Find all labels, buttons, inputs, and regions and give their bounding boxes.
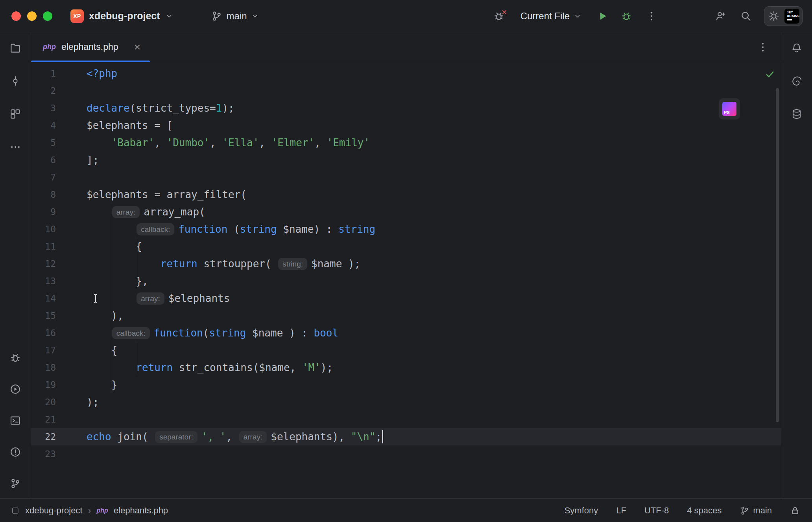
- line-number[interactable]: 16: [31, 324, 87, 342]
- sidebar-run-button[interactable]: [7, 381, 23, 397]
- code-line[interactable]: 2: [31, 82, 781, 99]
- code-line[interactable]: 12 return strtoupper( string:$name );: [31, 255, 781, 272]
- notifications-button[interactable]: [789, 40, 805, 56]
- line-number[interactable]: 14: [31, 290, 87, 307]
- line-number[interactable]: 17: [31, 342, 87, 359]
- code-line[interactable]: 3declare(strict_types=1);: [31, 99, 781, 117]
- workspace-icon[interactable]: [11, 506, 20, 515]
- search-everywhere-button[interactable]: [738, 8, 754, 24]
- debug-listener-muted-icon[interactable]: [493, 10, 505, 22]
- line-number[interactable]: 23: [31, 445, 87, 463]
- code-token: {: [87, 241, 142, 252]
- inlay-hint[interactable]: array:: [239, 431, 267, 443]
- code-line[interactable]: 14 array:$elephants: [31, 290, 781, 307]
- statusbar-writable-toggle[interactable]: [790, 505, 800, 516]
- minimize-window-button[interactable]: [27, 11, 37, 21]
- statusbar-encoding[interactable]: UTF-8: [644, 505, 669, 516]
- breadcrumb-project[interactable]: xdebug-project: [25, 505, 83, 516]
- sidebar-commit-button[interactable]: [7, 73, 23, 89]
- zoom-window-button[interactable]: [43, 11, 52, 21]
- code-editor[interactable]: 1<?php23declare(strict_types=1);4$elepha…: [31, 62, 781, 498]
- line-number[interactable]: 13: [31, 272, 87, 290]
- editor-scrollbar[interactable]: [776, 88, 779, 422]
- code-line[interactable]: 13 },: [31, 272, 781, 290]
- code-line[interactable]: 8$elephants = array_filter(: [31, 186, 781, 203]
- close-window-button[interactable]: [11, 11, 21, 21]
- code-line[interactable]: 22echo join( separator:', ', array:$elep…: [31, 428, 781, 445]
- sidebar-more-button[interactable]: [7, 139, 23, 155]
- line-number[interactable]: 19: [31, 376, 87, 393]
- line-number[interactable]: 11: [31, 238, 87, 255]
- code-line[interactable]: 21: [31, 411, 781, 428]
- inlay-hint[interactable]: callback:: [137, 223, 174, 235]
- line-number[interactable]: 8: [31, 186, 87, 203]
- statusbar-indent[interactable]: 4 spaces: [687, 505, 722, 516]
- settings-button[interactable]: [767, 9, 781, 23]
- line-number[interactable]: 4: [31, 117, 87, 134]
- close-tab-icon[interactable]: ×: [134, 42, 140, 53]
- sidebar-project-button[interactable]: [7, 40, 23, 56]
- vcs-branch-widget[interactable]: main: [211, 10, 259, 22]
- line-number[interactable]: 22: [31, 428, 87, 445]
- line-number[interactable]: 20: [31, 393, 87, 411]
- code-line[interactable]: 11 {: [31, 238, 781, 255]
- code-line[interactable]: 4$elephants = [: [31, 117, 781, 134]
- run-button[interactable]: [595, 8, 611, 24]
- code-line[interactable]: 19 }: [31, 376, 781, 393]
- line-number[interactable]: 10: [31, 221, 87, 238]
- line-number[interactable]: 3: [31, 99, 87, 117]
- database-icon: [791, 108, 803, 120]
- line-number[interactable]: 9: [31, 203, 87, 221]
- more-actions-button[interactable]: [644, 8, 659, 24]
- code-line[interactable]: 9 array:array_map(: [31, 203, 781, 221]
- ai-assistant-button[interactable]: [789, 73, 805, 89]
- line-number[interactable]: 15: [31, 307, 87, 324]
- code-token: $elephants = [: [87, 119, 173, 131]
- inlay-hint[interactable]: separator:: [155, 431, 197, 443]
- sidebar-structure-button[interactable]: [7, 106, 23, 122]
- inlay-hint[interactable]: array:: [112, 206, 140, 218]
- code-line[interactable]: 20);: [31, 393, 781, 411]
- breadcrumb-file[interactable]: elephants.php: [114, 505, 168, 516]
- code-line[interactable]: 6];: [31, 151, 781, 169]
- statusbar-branch[interactable]: main: [740, 505, 772, 516]
- code-line[interactable]: 16 callback:function(string $name ) : bo…: [31, 324, 781, 342]
- code-with-me-button[interactable]: [713, 8, 729, 24]
- line-number[interactable]: 21: [31, 411, 87, 428]
- code-text: 'Babar', 'Dumbo', 'Ella', 'Elmer', 'Emil…: [87, 134, 370, 151]
- folder-icon: [9, 42, 21, 54]
- code-line[interactable]: 15 ),: [31, 307, 781, 324]
- line-number[interactable]: 18: [31, 359, 87, 376]
- statusbar-framework[interactable]: Symfony: [565, 505, 598, 516]
- run-configuration-select[interactable]: Current File: [520, 11, 581, 22]
- sidebar-terminal-button[interactable]: [7, 413, 23, 428]
- inspections-ok-icon[interactable]: [765, 69, 775, 79]
- code-line[interactable]: 23: [31, 445, 781, 463]
- code-line[interactable]: 7: [31, 169, 781, 186]
- tab-elephants-php[interactable]: php elephants.php ×: [31, 32, 150, 62]
- tab-options-button[interactable]: [755, 39, 771, 55]
- debug-button[interactable]: [618, 8, 634, 24]
- line-number[interactable]: 2: [31, 82, 87, 99]
- code-line[interactable]: 17 {: [31, 342, 781, 359]
- code-line[interactable]: 5 'Babar', 'Dumbo', 'Ella', 'Elmer', 'Em…: [31, 134, 781, 151]
- inlay-hint[interactable]: callback:: [112, 327, 150, 339]
- line-number[interactable]: 5: [31, 134, 87, 151]
- sidebar-debug-button[interactable]: [7, 350, 23, 366]
- line-number[interactable]: 6: [31, 151, 87, 169]
- jetbrains-logo-text: BRAINS: [787, 14, 799, 18]
- sidebar-version-control-button[interactable]: [7, 476, 23, 491]
- code-line[interactable]: 18 return str_contains($name, 'M');: [31, 359, 781, 376]
- line-number[interactable]: 1: [31, 65, 87, 82]
- code-line[interactable]: 10 callback:function (string $name) : st…: [31, 221, 781, 238]
- code-line[interactable]: 1<?php: [31, 65, 781, 82]
- statusbar-line-separator[interactable]: LF: [616, 505, 626, 516]
- database-button[interactable]: [789, 106, 805, 122]
- inlay-hint[interactable]: array:: [137, 292, 164, 305]
- project-widget[interactable]: XP xdebug-project: [70, 9, 173, 23]
- phpstorm-logo-widget[interactable]: PS: [719, 98, 740, 119]
- line-number[interactable]: 12: [31, 255, 87, 272]
- line-number[interactable]: 7: [31, 169, 87, 186]
- inlay-hint[interactable]: string:: [278, 258, 307, 270]
- sidebar-problems-button[interactable]: [7, 444, 23, 460]
